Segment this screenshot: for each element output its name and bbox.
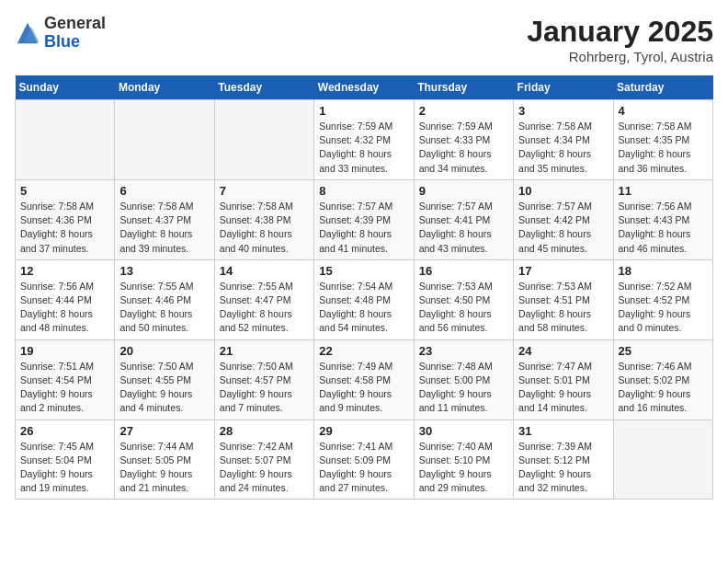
- calendar-cell: 27Sunrise: 7:44 AMSunset: 5:05 PMDayligh…: [115, 419, 214, 500]
- cell-info: Sunrise: 7:44 AMSunset: 5:05 PMDaylight:…: [119, 440, 209, 496]
- logo-icon: [15, 20, 40, 46]
- calendar-cell: 15Sunrise: 7:54 AMSunset: 4:48 PMDayligh…: [314, 259, 414, 339]
- calendar-cell: 19Sunrise: 7:51 AMSunset: 4:54 PMDayligh…: [16, 339, 115, 419]
- cell-info: Sunrise: 7:47 AMSunset: 5:01 PMDaylight:…: [518, 360, 608, 416]
- cell-info: Sunrise: 7:52 AMSunset: 4:52 PMDaylight:…: [619, 280, 708, 336]
- cell-info: Sunrise: 7:50 AMSunset: 4:55 PMDaylight:…: [119, 360, 209, 416]
- calendar-header-row: SundayMondayTuesdayWednesdayThursdayFrid…: [16, 75, 713, 100]
- month-year-title: January 2025: [527, 15, 713, 49]
- calendar-cell: 22Sunrise: 7:49 AMSunset: 4:58 PMDayligh…: [314, 339, 414, 419]
- calendar-cell: 16Sunrise: 7:53 AMSunset: 4:50 PMDayligh…: [414, 259, 513, 339]
- day-number: 22: [319, 344, 408, 358]
- cell-info: Sunrise: 7:57 AMSunset: 4:42 PMDaylight:…: [518, 200, 608, 256]
- day-number: 29: [319, 424, 408, 438]
- calendar-week-row: 1Sunrise: 7:59 AMSunset: 4:32 PMDaylight…: [16, 100, 713, 180]
- cell-info: Sunrise: 7:50 AMSunset: 4:57 PMDaylight:…: [220, 360, 309, 416]
- calendar-cell: 29Sunrise: 7:41 AMSunset: 5:09 PMDayligh…: [314, 419, 414, 500]
- cell-info: Sunrise: 7:51 AMSunset: 4:54 PMDaylight:…: [20, 360, 109, 416]
- calendar-cell: 11Sunrise: 7:56 AMSunset: 4:43 PMDayligh…: [613, 179, 712, 259]
- logo-general-text: General: [44, 14, 106, 32]
- cell-info: Sunrise: 7:54 AMSunset: 4:48 PMDaylight:…: [319, 280, 408, 336]
- calendar-cell: 1Sunrise: 7:59 AMSunset: 4:32 PMDaylight…: [314, 100, 414, 180]
- cell-info: Sunrise: 7:45 AMSunset: 5:04 PMDaylight:…: [20, 440, 109, 496]
- day-number: 9: [419, 184, 508, 198]
- column-header-friday: Friday: [514, 75, 613, 100]
- calendar-cell: 20Sunrise: 7:50 AMSunset: 4:55 PMDayligh…: [115, 339, 214, 419]
- calendar-cell: [613, 419, 712, 500]
- title-block: January 2025 Rohrberg, Tyrol, Austria: [527, 15, 713, 64]
- day-number: 2: [419, 104, 508, 118]
- day-number: 23: [419, 344, 508, 358]
- calendar-week-row: 26Sunrise: 7:45 AMSunset: 5:04 PMDayligh…: [16, 419, 713, 500]
- cell-info: Sunrise: 7:41 AMSunset: 5:09 PMDaylight:…: [319, 440, 408, 496]
- day-number: 19: [20, 344, 109, 358]
- calendar-week-row: 19Sunrise: 7:51 AMSunset: 4:54 PMDayligh…: [16, 339, 713, 419]
- calendar-cell: 25Sunrise: 7:46 AMSunset: 5:02 PMDayligh…: [613, 339, 712, 419]
- cell-info: Sunrise: 7:55 AMSunset: 4:47 PMDaylight:…: [220, 280, 309, 336]
- cell-info: Sunrise: 7:56 AMSunset: 4:43 PMDaylight:…: [619, 200, 708, 256]
- cell-info: Sunrise: 7:59 AMSunset: 4:32 PMDaylight:…: [319, 120, 408, 176]
- cell-info: Sunrise: 7:53 AMSunset: 4:50 PMDaylight:…: [419, 280, 508, 336]
- calendar-cell: [214, 100, 313, 180]
- calendar-cell: 10Sunrise: 7:57 AMSunset: 4:42 PMDayligh…: [514, 179, 613, 259]
- cell-info: Sunrise: 7:58 AMSunset: 4:34 PMDaylight:…: [518, 120, 608, 176]
- cell-info: Sunrise: 7:58 AMSunset: 4:35 PMDaylight:…: [619, 120, 708, 176]
- calendar-cell: 31Sunrise: 7:39 AMSunset: 5:12 PMDayligh…: [514, 419, 613, 500]
- day-number: 13: [119, 264, 209, 278]
- day-number: 5: [20, 184, 109, 198]
- day-number: 8: [319, 184, 408, 198]
- cell-info: Sunrise: 7:49 AMSunset: 4:58 PMDaylight:…: [319, 360, 408, 416]
- calendar-table: SundayMondayTuesdayWednesdayThursdayFrid…: [15, 75, 713, 500]
- cell-info: Sunrise: 7:59 AMSunset: 4:33 PMDaylight:…: [419, 120, 508, 176]
- cell-info: Sunrise: 7:42 AMSunset: 5:07 PMDaylight:…: [220, 440, 309, 496]
- calendar-cell: [115, 100, 214, 180]
- day-number: 11: [619, 184, 708, 198]
- cell-info: Sunrise: 7:58 AMSunset: 4:37 PMDaylight:…: [119, 200, 209, 256]
- day-number: 26: [20, 424, 109, 438]
- calendar-cell: 12Sunrise: 7:56 AMSunset: 4:44 PMDayligh…: [16, 259, 115, 339]
- calendar-cell: 9Sunrise: 7:57 AMSunset: 4:41 PMDaylight…: [414, 179, 513, 259]
- column-header-thursday: Thursday: [414, 75, 513, 100]
- cell-info: Sunrise: 7:39 AMSunset: 5:12 PMDaylight:…: [518, 440, 608, 496]
- cell-info: Sunrise: 7:58 AMSunset: 4:38 PMDaylight:…: [220, 200, 309, 256]
- calendar-week-row: 5Sunrise: 7:58 AMSunset: 4:36 PMDaylight…: [16, 179, 713, 259]
- day-number: 20: [119, 344, 209, 358]
- cell-info: Sunrise: 7:48 AMSunset: 5:00 PMDaylight:…: [419, 360, 508, 416]
- cell-info: Sunrise: 7:57 AMSunset: 4:39 PMDaylight:…: [319, 200, 408, 256]
- calendar-cell: 18Sunrise: 7:52 AMSunset: 4:52 PMDayligh…: [613, 259, 712, 339]
- day-number: 15: [319, 264, 408, 278]
- cell-info: Sunrise: 7:55 AMSunset: 4:46 PMDaylight:…: [119, 280, 209, 336]
- calendar-cell: 14Sunrise: 7:55 AMSunset: 4:47 PMDayligh…: [214, 259, 313, 339]
- cell-info: Sunrise: 7:53 AMSunset: 4:51 PMDaylight:…: [518, 280, 608, 336]
- day-number: 18: [619, 264, 708, 278]
- column-header-wednesday: Wednesday: [314, 75, 414, 100]
- column-header-sunday: Sunday: [16, 75, 115, 100]
- calendar-cell: 21Sunrise: 7:50 AMSunset: 4:57 PMDayligh…: [214, 339, 313, 419]
- calendar-cell: 6Sunrise: 7:58 AMSunset: 4:37 PMDaylight…: [115, 179, 214, 259]
- calendar-cell: 4Sunrise: 7:58 AMSunset: 4:35 PMDaylight…: [613, 100, 712, 180]
- day-number: 7: [220, 184, 309, 198]
- day-number: 3: [518, 104, 608, 118]
- column-header-saturday: Saturday: [613, 75, 712, 100]
- calendar-cell: 26Sunrise: 7:45 AMSunset: 5:04 PMDayligh…: [16, 419, 115, 500]
- cell-info: Sunrise: 7:58 AMSunset: 4:36 PMDaylight:…: [20, 200, 109, 256]
- cell-info: Sunrise: 7:56 AMSunset: 4:44 PMDaylight:…: [20, 280, 109, 336]
- day-number: 25: [619, 344, 708, 358]
- cell-info: Sunrise: 7:57 AMSunset: 4:41 PMDaylight:…: [419, 200, 508, 256]
- calendar-cell: [16, 100, 115, 180]
- day-number: 28: [220, 424, 309, 438]
- calendar-cell: 3Sunrise: 7:58 AMSunset: 4:34 PMDaylight…: [514, 100, 613, 180]
- day-number: 24: [518, 344, 608, 358]
- calendar-cell: 5Sunrise: 7:58 AMSunset: 4:36 PMDaylight…: [16, 179, 115, 259]
- day-number: 12: [20, 264, 109, 278]
- day-number: 10: [518, 184, 608, 198]
- day-number: 16: [419, 264, 508, 278]
- day-number: 14: [220, 264, 309, 278]
- day-number: 17: [518, 264, 608, 278]
- calendar-cell: 23Sunrise: 7:48 AMSunset: 5:00 PMDayligh…: [414, 339, 513, 419]
- cell-info: Sunrise: 7:40 AMSunset: 5:10 PMDaylight:…: [419, 440, 508, 496]
- calendar-cell: 7Sunrise: 7:58 AMSunset: 4:38 PMDaylight…: [214, 179, 313, 259]
- day-number: 4: [619, 104, 708, 118]
- page-header: General Blue January 2025 Rohrberg, Tyro…: [15, 15, 713, 64]
- calendar-cell: 30Sunrise: 7:40 AMSunset: 5:10 PMDayligh…: [414, 419, 513, 500]
